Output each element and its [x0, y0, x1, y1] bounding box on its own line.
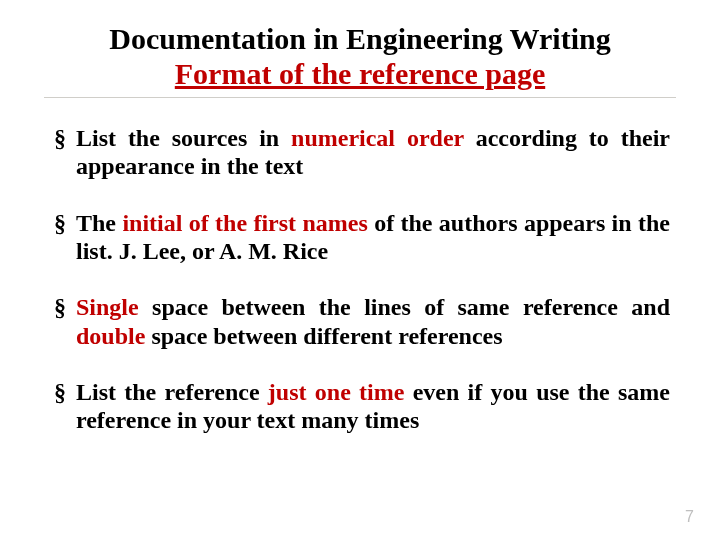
- emphasis-text: just one time: [268, 379, 405, 405]
- list-item: List the sources in numerical order acco…: [50, 124, 670, 181]
- bullet-text: List the sources in: [76, 125, 291, 151]
- title-line-2: Format of the reference page: [44, 57, 676, 92]
- title-line-1: Documentation in Engineering Writing: [44, 22, 676, 57]
- slide-title: Documentation in Engineering Writing For…: [44, 22, 676, 91]
- list-item: Single space between the lines of same r…: [50, 293, 670, 350]
- bullet-text: The: [76, 210, 122, 236]
- emphasis-text: double: [76, 323, 145, 349]
- title-underline-rule: [44, 97, 676, 98]
- emphasis-text: Single: [76, 294, 139, 320]
- bullet-text: space between different references: [145, 323, 502, 349]
- page-number: 7: [685, 508, 694, 526]
- bullet-text: space between the lines of same referenc…: [139, 294, 670, 320]
- emphasis-text: numerical order: [291, 125, 464, 151]
- bullet-list: List the sources in numerical order acco…: [44, 124, 676, 435]
- list-item: The initial of the first names of the au…: [50, 209, 670, 266]
- list-item: List the reference just one time even if…: [50, 378, 670, 435]
- bullet-text: List the reference: [76, 379, 268, 405]
- emphasis-text: initial of the first names: [122, 210, 367, 236]
